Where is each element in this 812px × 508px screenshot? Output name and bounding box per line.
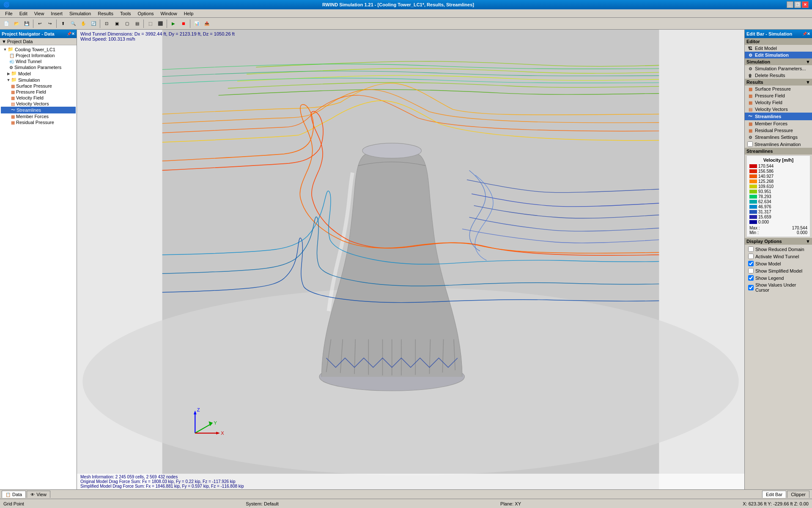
menu-view[interactable]: View [31, 10, 48, 17]
tb-zoom[interactable]: 🔍 [69, 19, 78, 28]
tb-solid[interactable]: ⬛ [156, 19, 165, 28]
menu-tools[interactable]: Tools [117, 10, 134, 17]
tab-edit-bar[interactable]: Edit Bar [762, 491, 786, 498]
legend-value: 156.586 [758, 169, 774, 174]
tree-label: Simulation [18, 77, 40, 83]
minimize-button[interactable]: _ [787, 1, 793, 8]
tree-velocity-field[interactable]: ▦ Velocity Field [1, 95, 76, 101]
legend-title: Velocity [m/h] [749, 157, 807, 163]
tb-undo[interactable]: ↩ [35, 19, 44, 28]
right-panel-controls: 📌✕ [802, 32, 810, 36]
delete-results-btn[interactable]: 🗑 Delete Results [745, 72, 812, 79]
right-panel-title: Edit Bar - Simulation [746, 31, 792, 36]
tree-streamlines[interactable]: 〜 Streamlines [1, 107, 76, 113]
tb-select[interactable]: ⬆ [58, 19, 68, 28]
bottom-info: Mesh Information: 2 245 059 cells, 2 569… [77, 474, 744, 489]
result-residual-pressure[interactable]: ▦ Residual Pressure [745, 127, 812, 134]
tab-clipper[interactable]: Clipper [787, 491, 809, 498]
close-button[interactable]: ✕ [802, 1, 809, 8]
legend-row-9: 31.317 [749, 210, 807, 214]
expand-icon[interactable]: ▼ [6, 78, 11, 82]
expand-icon[interactable]: ▶ [6, 72, 11, 76]
system-label: System: Default [246, 501, 279, 506]
edit-simulation-btn[interactable]: ⚙ Edit Simulation [745, 52, 812, 58]
tb-save[interactable]: 💾 [22, 19, 31, 28]
sim-params-btn[interactable]: ⚙ Simulation Parameters... [745, 65, 812, 72]
menu-insert[interactable]: Insert [47, 10, 66, 17]
menu-help[interactable]: Help [181, 10, 197, 17]
tb-side[interactable]: ▤ [132, 19, 142, 28]
tree-cooling-tower[interactable]: ▼ 📁 Cooling Tower_LC1 [1, 46, 76, 52]
legend-value: 46.976 [758, 204, 771, 209]
legend-row-4: 109.610 [749, 184, 807, 189]
tree-project-info[interactable]: 📋 Project Information [1, 52, 76, 58]
result-icon: ▤ [11, 102, 15, 106]
project-data-expand[interactable]: ▼ [2, 39, 6, 44]
activate-wind-tunnel-check[interactable] [748, 254, 754, 259]
streamlines-animation-check[interactable] [747, 141, 753, 147]
tb-pan[interactable]: ✋ [79, 19, 88, 28]
show-simplified-model-check[interactable] [748, 268, 754, 273]
display-options-expand[interactable]: ▼ [806, 239, 810, 244]
sim-expand-icon[interactable]: ▼ [806, 59, 810, 64]
result-velocity-field[interactable]: ▦ Velocity Field [745, 99, 812, 106]
wind-icon: 💨 [9, 59, 14, 64]
tree-model[interactable]: ▶ 📁 Model [1, 70, 76, 77]
tb-export[interactable]: 📤 [202, 19, 211, 28]
tb-stop[interactable]: ⏹ [179, 19, 188, 28]
legend-color [749, 164, 757, 168]
tree-sim-params[interactable]: ⚙ Simulation Parameters [1, 64, 76, 70]
tb-open[interactable]: 📂 [12, 19, 21, 28]
menu-bar: File Edit View Insert Simulation Results… [0, 9, 812, 18]
show-legend-check[interactable] [748, 275, 754, 281]
show-reduced-domain-check[interactable] [748, 246, 754, 252]
legend-row-11: 0.000 [749, 220, 807, 224]
tab-view[interactable]: 👁 View [27, 491, 50, 498]
edit-model-btn[interactable]: 🏗 Edit Model [745, 45, 812, 52]
menu-edit[interactable]: Edit [16, 10, 31, 17]
editor-label: Editor [746, 39, 760, 44]
tree-velocity-vectors[interactable]: ▤ Velocity Vectors [1, 101, 76, 107]
streamlines-settings-btn[interactable]: ⚙ Streamlines Settings [745, 134, 812, 141]
pf-label: Pressure Field [755, 93, 785, 98]
tb-fit[interactable]: ⊡ [102, 19, 111, 28]
tb-run[interactable]: ▶ [169, 19, 178, 28]
tree-surface-pressure[interactable]: ▩ Surface Pressure [1, 83, 76, 89]
tree-label: Residual Pressure [16, 120, 54, 125]
tb-redo[interactable]: ↪ [45, 19, 55, 28]
menu-file[interactable]: File [2, 10, 16, 17]
menu-options[interactable]: Options [134, 10, 157, 17]
menu-window[interactable]: Window [157, 10, 181, 17]
tb-sep4 [143, 19, 144, 28]
tb-new[interactable]: 📄 [2, 19, 11, 28]
show-model-check[interactable] [748, 261, 754, 266]
tb-rotate[interactable]: 🔄 [89, 19, 98, 28]
result-pressure-field[interactable]: ▦ Pressure Field [745, 92, 812, 99]
menu-results[interactable]: Results [94, 10, 117, 17]
restore-button[interactable]: ❐ [794, 1, 801, 8]
tb-results[interactable]: 📊 [192, 19, 201, 28]
tb-top[interactable]: ▢ [122, 19, 132, 28]
tree-simulation[interactable]: ▼ 📁 Simulation [1, 77, 76, 83]
result-streamlines[interactable]: 〜 Streamlines [745, 113, 812, 120]
streamlines-animation-btn[interactable]: Streamlines Animation [745, 141, 812, 148]
tab-data[interactable]: 📋 Data [2, 491, 26, 498]
tree-wind-tunnel[interactable]: 💨 Wind Tunnel [1, 58, 76, 64]
results-expand-icon[interactable]: ▼ [806, 80, 810, 85]
tb-wire[interactable]: ⬚ [145, 19, 155, 28]
tree-member-forces[interactable]: ▩ Member Forces [1, 113, 76, 119]
vf-icon: ▦ [747, 100, 753, 105]
tb-front[interactable]: ▣ [112, 19, 121, 28]
tree-residual-pressure[interactable]: ▦ Residual Pressure [1, 119, 76, 125]
result-member-forces[interactable]: ▩ Member Forces [745, 120, 812, 127]
menu-simulation[interactable]: Simulation [66, 10, 94, 17]
tree-pressure-field[interactable]: ▦ Pressure Field [1, 89, 76, 95]
viewport[interactable]: Z Y X Wind Tunnel Dimensions: Dx = 3992.… [77, 30, 744, 489]
show-values-cursor-check[interactable] [748, 285, 754, 290]
result-velocity-vectors[interactable]: ▤ Velocity Vectors [745, 106, 812, 113]
activate-wind-tunnel-label: Activate Wind Tunnel [755, 254, 799, 259]
result-surface-pressure[interactable]: ▩ Surface Pressure [745, 86, 812, 92]
plane-label: Plane: XY [500, 501, 521, 506]
expand-icon[interactable]: ▼ [3, 47, 8, 52]
app-icon: 🌀 [3, 2, 10, 8]
